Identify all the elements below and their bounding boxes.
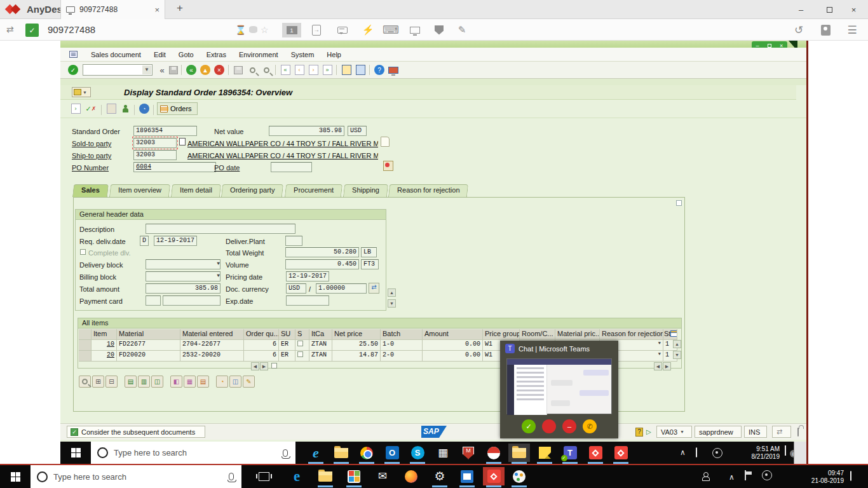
display-settings-icon[interactable]: [408, 24, 422, 36]
col-price-group[interactable]: Price group: [483, 329, 520, 340]
delivery-block-select[interactable]: ▼: [146, 259, 220, 269]
local-anydesk-icon[interactable]: [483, 467, 505, 485]
doc-currency-field[interactable]: USD: [286, 283, 306, 294]
local-edge-icon[interactable]: e: [286, 467, 308, 485]
po-date-field[interactable]: [271, 162, 312, 172]
deselect-items-button[interactable]: ◫: [151, 376, 163, 388]
consider-subsequent-documents[interactable]: ✓ Consider the subsequent documents: [67, 426, 205, 438]
session-waiting-icon[interactable]: ⌛: [235, 25, 246, 35]
menu-environment[interactable]: Environment: [233, 50, 284, 60]
taskbar-outlook-icon[interactable]: O: [381, 444, 403, 462]
collapse-icon[interactable]: «: [156, 64, 168, 76]
local-snipping-icon[interactable]: [456, 467, 478, 485]
find-button[interactable]: [246, 64, 259, 76]
deliver-plant-field[interactable]: [285, 236, 302, 246]
col-room[interactable]: Room/C...: [520, 329, 555, 340]
next-page-button[interactable]: ›: [307, 64, 320, 76]
actions-icon[interactable]: ⚡: [361, 24, 375, 36]
ship-to-partner-link[interactable]: AMERICAN WALLPAPER CO / 44 TROY ST / FAL…: [187, 152, 378, 159]
tab-reason-for-rejection[interactable]: Reason for rejection: [388, 184, 469, 197]
req-deliv-date-type-field[interactable]: D: [140, 236, 149, 246]
po-number-label[interactable]: PO Number: [72, 164, 109, 172]
checked-checkbox-icon[interactable]: ✓: [71, 428, 78, 436]
col-material-entered[interactable]: Material entered: [180, 329, 244, 340]
sap-system-menu-icon[interactable]: [69, 51, 78, 58]
taskbar-explorer-icon[interactable]: [330, 444, 352, 462]
cell-s[interactable]: [295, 340, 309, 351]
item-conditions-button[interactable]: ▤: [197, 376, 209, 388]
document-flow-icon[interactable]: ◔: [138, 102, 151, 115]
cell-s[interactable]: [295, 351, 309, 362]
refresh-rate-icon[interactable]: ⇄: [369, 283, 379, 294]
batch-split-button[interactable]: ◫: [229, 376, 241, 388]
col-net-price[interactable]: Net price: [332, 329, 381, 340]
taskbar-active-folder-icon[interactable]: [508, 444, 530, 462]
display-document-header-icon[interactable]: ›: [69, 102, 82, 115]
select-all-header[interactable]: [79, 329, 92, 340]
menu-help[interactable]: Help: [321, 50, 347, 60]
teams-thumbnail[interactable]: [506, 358, 612, 414]
partner-display-icon[interactable]: [105, 102, 118, 115]
local-clock[interactable]: 09:47 21-08-2019: [794, 470, 844, 485]
remote-tray-tablet-icon[interactable]: [696, 448, 697, 457]
header-scroll-up[interactable]: ▲: [388, 288, 396, 297]
sold-to-partner-link[interactable]: AMERICAN WALLPAPER CO / 44 TROY ST / FAL…: [187, 140, 378, 147]
tab-sales[interactable]: Sales: [72, 184, 109, 197]
text-overview-icon[interactable]: [381, 137, 390, 147]
taskbar-sticky-notes-icon[interactable]: [534, 444, 555, 462]
chat-icon[interactable]: [336, 24, 349, 36]
menu-sales-document[interactable]: Sales document: [85, 50, 147, 60]
help-button[interactable]: ?: [373, 64, 386, 76]
items-scroll-down[interactable]: ▼: [673, 351, 681, 359]
col-material[interactable]: Material: [117, 329, 180, 340]
configure-item-button[interactable]: ✎: [243, 376, 255, 388]
local-explorer-icon[interactable]: [315, 467, 336, 485]
pricing-date-field[interactable]: 12-19-2017: [286, 271, 329, 281]
local-paint-icon[interactable]: [508, 467, 530, 485]
keyboard-icon[interactable]: ⌨: [384, 24, 398, 36]
material-search-button[interactable]: ▦: [184, 376, 196, 388]
sold-to-party-label[interactable]: Sold-to party: [72, 140, 111, 147]
delete-item-button[interactable]: ⊟: [105, 376, 118, 388]
session-address[interactable]: 909727488: [48, 24, 95, 35]
taskbar-security-icon[interactable]: M: [458, 444, 479, 462]
main-menu-icon[interactable]: ☰: [845, 24, 859, 36]
taskbar-ie-icon[interactable]: e: [305, 444, 327, 462]
local-search-box[interactable]: Type here to search: [31, 465, 241, 488]
taskbar-chrome-icon[interactable]: [356, 444, 377, 462]
row-selector[interactable]: [79, 351, 92, 362]
new-tab-button[interactable]: +: [177, 2, 183, 15]
items-hscroll-right-2[interactable]: ▶: [663, 362, 671, 370]
description-field[interactable]: [146, 224, 295, 234]
menu-goto[interactable]: Goto: [173, 50, 200, 60]
row-selector[interactable]: [79, 340, 92, 351]
favorite-star-icon[interactable]: ☆: [261, 25, 269, 35]
col-su[interactable]: SU: [279, 329, 295, 340]
col-batch[interactable]: Batch: [381, 329, 423, 340]
taskbar-paint-app-icon[interactable]: [483, 444, 505, 462]
col-itca[interactable]: ItCa: [309, 329, 332, 340]
po-number-field[interactable]: 6084: [133, 162, 216, 172]
menu-edit[interactable]: Edit: [148, 50, 172, 60]
items-hscroll-left-2[interactable]: ◀: [654, 362, 662, 370]
previous-page-button[interactable]: ‹: [293, 64, 306, 76]
local-start-button[interactable]: [0, 472, 31, 482]
session-tab[interactable]: 909727488 ×: [60, 0, 165, 19]
cancel-button[interactable]: ×: [213, 64, 226, 76]
item-detail-button[interactable]: [79, 376, 91, 388]
print-button[interactable]: [232, 64, 245, 76]
tab-item-detail[interactable]: Item detail: [171, 184, 221, 197]
transaction-box[interactable]: VA03▼: [656, 426, 692, 438]
col-reason-for-rejection[interactable]: Reason for rejection: [600, 329, 663, 340]
tab-item-overview[interactable]: Item overview: [109, 184, 170, 197]
local-mail-icon[interactable]: ✉: [372, 467, 393, 485]
remote-start-button[interactable]: [60, 448, 91, 458]
taskbar-anydesk-icon[interactable]: [585, 444, 606, 462]
customer-address-icon[interactable]: [383, 161, 393, 171]
new-session-button[interactable]: [340, 64, 353, 76]
battery-icon[interactable]: [745, 471, 746, 480]
taskbar-skype-icon[interactable]: S: [407, 444, 428, 462]
col-item[interactable]: Item: [92, 329, 117, 340]
orders-button[interactable]: Orders: [157, 102, 198, 115]
cell-item[interactable]: 20: [92, 351, 117, 362]
